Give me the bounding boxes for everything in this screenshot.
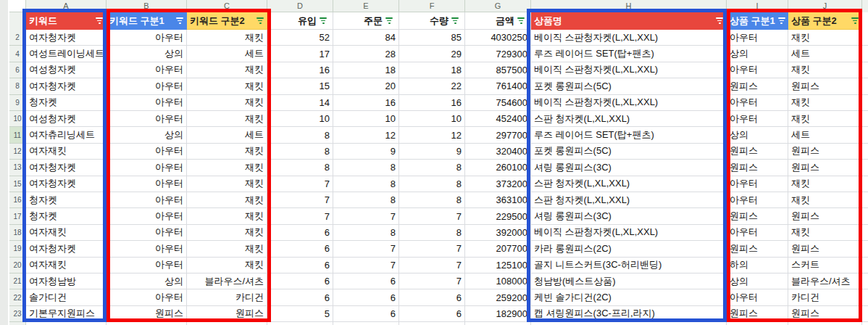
row-header-21[interactable]: 21 bbox=[9, 273, 26, 289]
cell-b17[interactable]: 아우터 bbox=[107, 208, 187, 224]
cell-a21[interactable]: 여자청남방 bbox=[26, 273, 107, 289]
cell-f16[interactable]: 8 bbox=[399, 192, 465, 208]
column-letter-b[interactable]: B bbox=[107, 0, 187, 12]
row-header-6[interactable]: 6 bbox=[9, 62, 26, 78]
cell-c13[interactable]: 재킷 bbox=[187, 160, 267, 176]
cell-f9[interactable]: 16 bbox=[399, 95, 465, 111]
cell-c6[interactable]: 재킷 bbox=[187, 62, 267, 78]
column-letter-c[interactable]: C bbox=[187, 0, 267, 12]
cell-e12[interactable]: 9 bbox=[333, 144, 399, 160]
cell-h11[interactable]: 루즈 레이어드 SET(탑+팬츠) bbox=[531, 127, 727, 143]
cell-d6[interactable]: 16 bbox=[267, 62, 333, 78]
row-header-19[interactable]: 19 bbox=[9, 241, 26, 257]
column-letter-i[interactable]: I bbox=[727, 0, 788, 12]
cell-f6[interactable]: 18 bbox=[399, 62, 465, 78]
select-all-corner[interactable] bbox=[9, 0, 26, 12]
cell-d20[interactable]: 6 bbox=[267, 258, 333, 273]
row-header-11[interactable]: 11 bbox=[9, 127, 26, 143]
cell-g4[interactable]: 729300 bbox=[465, 46, 531, 62]
cell-e15[interactable]: 8 bbox=[333, 176, 399, 192]
cell-f10[interactable]: 10 bbox=[399, 111, 465, 127]
cell-e13[interactable]: 8 bbox=[333, 160, 399, 176]
cell-c10[interactable]: 재킷 bbox=[187, 111, 267, 127]
cell-j9[interactable]: 재킷 bbox=[788, 95, 862, 111]
cell-d21[interactable]: 6 bbox=[267, 273, 333, 289]
cell-h12[interactable]: 포켓 롱원피스(5C) bbox=[531, 144, 727, 160]
cell-a17[interactable]: 청자켓 bbox=[26, 208, 107, 224]
cell-f21[interactable]: 7 bbox=[399, 273, 465, 289]
cell-i19[interactable]: 원피스 bbox=[727, 241, 788, 257]
filter-icon[interactable] bbox=[256, 17, 264, 23]
column-header-j[interactable]: 상품 구분2 bbox=[788, 12, 862, 30]
cell-b21[interactable]: 상의 bbox=[107, 273, 187, 289]
cell-a6[interactable]: 여성청자켓 bbox=[26, 62, 107, 78]
cell-f12[interactable]: 9 bbox=[399, 144, 465, 160]
cell-i8[interactable]: 원피스 bbox=[727, 78, 788, 94]
cell-d10[interactable]: 10 bbox=[267, 111, 333, 127]
cell-h16[interactable]: 스판 청자켓(L,XL,XXL) bbox=[531, 192, 727, 208]
cell-f22[interactable]: 6 bbox=[399, 289, 465, 305]
column-letter-j[interactable]: J bbox=[788, 0, 862, 12]
cell-j8[interactable]: 원피스 bbox=[788, 78, 862, 94]
cell-f13[interactable]: 8 bbox=[399, 160, 465, 176]
cell-c23[interactable]: 원피스 bbox=[187, 306, 267, 322]
cell-e17[interactable]: 7 bbox=[333, 208, 399, 224]
cell-j16[interactable]: 재킷 bbox=[788, 192, 862, 208]
cell-a22[interactable]: 솔가디건 bbox=[26, 289, 107, 305]
cell-c9[interactable]: 재킷 bbox=[187, 95, 267, 111]
cell-b8[interactable]: 아우터 bbox=[107, 78, 187, 94]
cell-j2[interactable]: 재킷 bbox=[788, 30, 862, 46]
cell-h15[interactable]: 스판 청자켓(L,XL,XXL) bbox=[531, 176, 727, 192]
cell-h23[interactable]: 캡 셔링원피스(3C-프리,라지) bbox=[531, 306, 727, 322]
cell-i15[interactable]: 아우터 bbox=[727, 176, 788, 192]
cell-f11[interactable]: 12 bbox=[399, 127, 465, 143]
filter-icon[interactable] bbox=[716, 17, 723, 23]
cell-a19[interactable]: 여자청자켓 bbox=[26, 241, 107, 257]
cell-g19[interactable]: 207700 bbox=[465, 241, 531, 257]
cell-f20[interactable]: 7 bbox=[399, 258, 465, 273]
cell-g10[interactable]: 452400 bbox=[465, 111, 531, 127]
cell-j12[interactable]: 원피스 bbox=[788, 144, 862, 160]
cell-d19[interactable]: 6 bbox=[267, 241, 333, 257]
column-header-h[interactable]: 상품명 bbox=[531, 12, 727, 30]
cell-j21[interactable]: 블라우스/셔츠 bbox=[788, 273, 862, 289]
cell-e4[interactable]: 28 bbox=[333, 46, 399, 62]
cell-e23[interactable]: 6 bbox=[333, 306, 399, 322]
filter-icon[interactable] bbox=[385, 17, 393, 23]
cell-g17[interactable]: 229500 bbox=[465, 208, 531, 224]
cell-a18[interactable]: 여자재킷 bbox=[26, 225, 107, 241]
cell-j11[interactable]: 세트 bbox=[788, 127, 862, 143]
cell-b15[interactable]: 아우터 bbox=[107, 176, 187, 192]
row-header-13[interactable]: 13 bbox=[9, 160, 26, 176]
cell-e2[interactable]: 84 bbox=[333, 30, 399, 46]
cell-h6[interactable]: 베이직 스판청자켓(L,XL,XXL) bbox=[531, 62, 727, 78]
cell-i18[interactable]: 아우터 bbox=[727, 225, 788, 241]
column-header-b[interactable]: 키워드 구분1 bbox=[107, 12, 187, 30]
cell-b11[interactable]: 상의 bbox=[107, 127, 187, 143]
cell-g2[interactable]: 4030250 bbox=[465, 30, 531, 46]
cell-a16[interactable]: 청자켓 bbox=[26, 192, 107, 208]
cell-f8[interactable]: 22 bbox=[399, 78, 465, 94]
cell-j22[interactable]: 카디건 bbox=[788, 289, 862, 305]
column-header-c[interactable]: 키워드 구분2 bbox=[187, 12, 267, 30]
cell-f17[interactable]: 7 bbox=[399, 208, 465, 224]
column-letter-g[interactable]: G bbox=[465, 0, 531, 12]
cell-a23[interactable]: 기본무지원피스 bbox=[26, 306, 107, 322]
row-header-23[interactable]: 23 bbox=[9, 306, 26, 322]
cell-j23[interactable]: 원피스 bbox=[788, 306, 862, 322]
column-header-f[interactable]: 수량 bbox=[399, 12, 465, 30]
row-header-9[interactable]: 9 bbox=[9, 95, 26, 111]
cell-i13[interactable]: 원피스 bbox=[727, 160, 788, 176]
cell-g16[interactable]: 363100 bbox=[465, 192, 531, 208]
cell-j17[interactable]: 원피스 bbox=[788, 208, 862, 224]
cell-a4[interactable]: 여성트레이닝세트 bbox=[26, 46, 107, 62]
column-header-g[interactable]: 금액 bbox=[465, 12, 531, 30]
filter-icon[interactable] bbox=[517, 17, 525, 23]
column-header-a[interactable]: 키워드 bbox=[26, 12, 107, 30]
column-letter-a[interactable]: A bbox=[26, 0, 107, 12]
cell-b9[interactable]: 아우터 bbox=[107, 95, 187, 111]
cell-d8[interactable]: 15 bbox=[267, 78, 333, 94]
cell-b19[interactable]: 아우터 bbox=[107, 241, 187, 257]
cell-i12[interactable]: 원피스 bbox=[727, 144, 788, 160]
cell-d15[interactable]: 7 bbox=[267, 176, 333, 192]
